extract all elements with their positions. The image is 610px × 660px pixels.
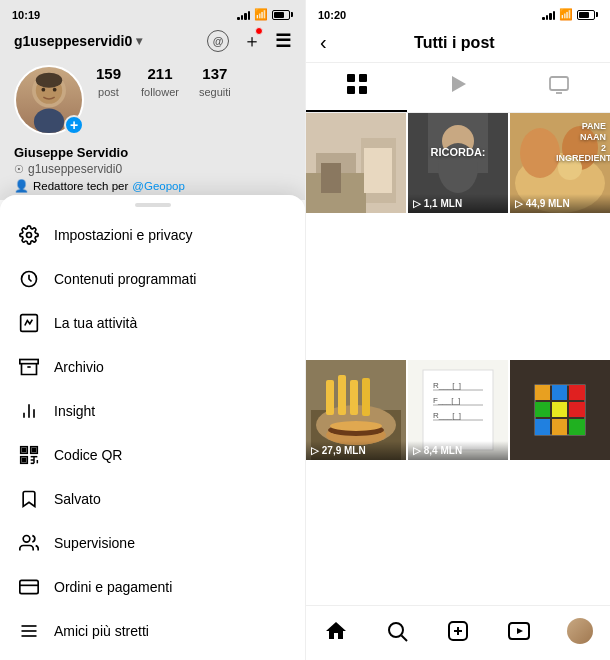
signal-icon-right <box>542 10 555 20</box>
orders-icon <box>18 576 40 598</box>
svg-rect-59 <box>350 380 358 415</box>
signal-icon <box>237 10 250 20</box>
svg-rect-44 <box>364 148 392 193</box>
follower-label: follower <box>141 86 179 98</box>
archive-icon <box>18 356 40 378</box>
menu-label-qrcode: Codice QR <box>54 447 122 463</box>
svg-rect-78 <box>552 402 567 417</box>
insight-icon <box>18 400 40 422</box>
grid-item[interactable] <box>306 113 406 213</box>
threads-icon[interactable]: @ <box>207 30 229 52</box>
supervision-icon <box>18 532 40 554</box>
svg-point-4 <box>53 88 57 92</box>
menu-icon[interactable]: ☰ <box>275 30 291 52</box>
seguiti-count: 137 <box>199 65 231 82</box>
menu-item-close-friends[interactable]: Amici più stretti <box>0 609 305 653</box>
svg-point-83 <box>389 623 403 637</box>
follower-stat: 211 follower <box>141 65 179 100</box>
svg-marker-89 <box>517 628 523 634</box>
status-bar-left: 10:19 📶 <box>0 0 305 25</box>
menu-label-close-friends: Amici più stretti <box>54 623 149 639</box>
post-overlay: ▷ 1,1 MLN <box>408 194 508 213</box>
activity-icon <box>18 312 40 334</box>
play-icon <box>447 73 469 100</box>
menu-item-insight[interactable]: Insight <box>0 389 305 433</box>
menu-item-supervision[interactable]: Supervisione <box>0 521 305 565</box>
svg-marker-36 <box>452 76 466 92</box>
settings-icon <box>18 224 40 246</box>
grid-item[interactable]: PANE NAAN2 INGREDIENTI ▷ 44,9 MLN <box>510 113 610 213</box>
time-left: 10:19 <box>12 9 40 21</box>
add-story-button[interactable]: + <box>64 115 84 135</box>
tab-grid[interactable] <box>306 63 407 112</box>
post-stats: ▷ 44,9 MLN <box>515 198 605 209</box>
nav-search[interactable] <box>367 612 428 650</box>
svg-rect-82 <box>569 419 585 435</box>
svg-line-84 <box>402 636 408 642</box>
svg-text:R___[_]: R___[_] <box>433 381 461 390</box>
menu-label-archive: Archivio <box>54 359 104 375</box>
nav-reels[interactable] <box>488 612 549 650</box>
chevron-down-icon: ▾ <box>136 34 142 48</box>
svg-rect-33 <box>359 74 367 82</box>
bottom-nav <box>306 605 610 660</box>
menu-item-saved[interactable]: Salvato <box>0 477 305 521</box>
menu-item-orders[interactable]: Ordini e pagamenti <box>0 565 305 609</box>
back-button[interactable]: ‹ <box>320 31 327 54</box>
post-label: post <box>98 86 119 98</box>
nav-home[interactable] <box>306 612 367 650</box>
nav-add[interactable] <box>428 612 489 650</box>
svg-rect-75 <box>552 385 567 400</box>
stats-row: 159 post 211 follower 137 seguiti <box>96 65 231 100</box>
tab-reels[interactable] <box>407 63 508 112</box>
menu-overlay: Impostazioni e privacyContenuti programm… <box>0 195 305 660</box>
svg-rect-35 <box>359 86 367 94</box>
svg-rect-37 <box>550 77 568 90</box>
svg-rect-34 <box>347 86 355 94</box>
status-icons-left: 📶 <box>237 8 293 21</box>
menu-item-settings[interactable]: Impostazioni e privacy <box>0 213 305 257</box>
right-panel: 10:20 📶 ‹ Tutti i post <box>305 0 610 660</box>
menu-item-activity[interactable]: La tua attività <box>0 301 305 345</box>
menu-item-archive[interactable]: Archivio <box>0 345 305 389</box>
grid-item[interactable]: ▷ 27,9 MLN <box>306 360 406 460</box>
svg-rect-58 <box>338 375 346 415</box>
menu-label-settings: Impostazioni e privacy <box>54 227 193 243</box>
handle-text: g1useppeservidi0 <box>28 162 122 176</box>
status-bar-right: 10:20 📶 <box>306 0 610 25</box>
avatar-container: + <box>14 65 84 135</box>
menu-item-qrcode[interactable]: Codice QR <box>0 433 305 477</box>
menu-item-suggested[interactable]: Persone suggerite <box>0 653 305 660</box>
grid-icon <box>346 73 368 100</box>
menu-item-scheduled[interactable]: Contenuti programmati <box>0 257 305 301</box>
svg-text:R___[_]: R___[_] <box>433 411 461 420</box>
tab-tagged[interactable] <box>509 63 610 112</box>
svg-point-6 <box>27 233 32 238</box>
tv-icon <box>548 73 570 100</box>
svg-rect-81 <box>552 419 567 435</box>
display-name: Giuseppe Servidio <box>14 145 291 160</box>
bio-mention-1[interactable]: @Geopop <box>132 180 185 192</box>
grid-item[interactable] <box>510 360 610 460</box>
svg-rect-18 <box>32 448 35 451</box>
post-stats: ▷ 8,4 MLN <box>413 445 503 456</box>
notification-button[interactable]: ＋ <box>243 29 261 53</box>
nav-profile[interactable] <box>549 612 610 650</box>
time-right: 10:20 <box>318 9 346 21</box>
post-text-naan: PANE NAAN2 INGREDIENTI <box>556 121 606 164</box>
post-overlay: ▷ 44,9 MLN <box>510 194 610 213</box>
notif-badge <box>255 27 263 35</box>
grid-item[interactable]: R___[_] F___[_] R___[_] ▷ 8,4 MLN <box>408 360 508 460</box>
svg-rect-80 <box>535 419 550 435</box>
post-stats: ▷ 27,9 MLN <box>311 445 401 456</box>
header-actions: @ ＋ ☰ <box>207 29 291 53</box>
svg-rect-74 <box>535 385 550 400</box>
svg-rect-32 <box>347 74 355 82</box>
grid-item[interactable]: RICORDA: ▷ 1,1 MLN <box>408 113 508 213</box>
svg-point-63 <box>330 421 382 431</box>
scheduled-icon <box>18 268 40 290</box>
svg-rect-26 <box>20 580 38 593</box>
saved-icon <box>18 488 40 510</box>
wifi-icon: 📶 <box>254 8 268 21</box>
battery-icon <box>272 10 293 20</box>
